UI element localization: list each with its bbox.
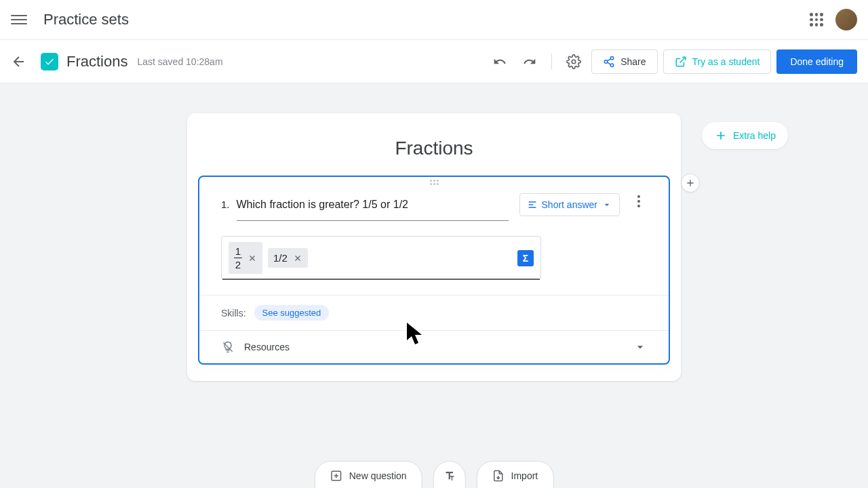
question-text-input[interactable]: Which fraction is greater? 1/5 or 1/2 (237, 193, 509, 221)
fraction-numerator: 1 (235, 246, 241, 256)
import-label: Import (511, 470, 538, 481)
file-icon (41, 53, 58, 70)
answer-chip-fraction: 1 2 (229, 242, 262, 274)
fraction-denominator: 2 (235, 260, 241, 270)
settings-icon[interactable] (561, 49, 586, 74)
remove-chip-icon[interactable] (293, 253, 302, 263)
answer-chip-text: 1/2 (268, 248, 308, 268)
question-type-label: Short answer (542, 199, 597, 210)
avatar[interactable] (835, 9, 857, 30)
bottom-actions: New question Import (315, 461, 554, 488)
drag-handle-icon[interactable] (199, 177, 669, 188)
try-as-student-button[interactable]: Try as a student (663, 49, 772, 74)
see-suggested-button[interactable]: See suggested (254, 305, 330, 321)
equation-editor-icon[interactable]: Σ (517, 250, 534, 266)
new-question-label: New question (349, 470, 407, 481)
add-circle-button[interactable] (681, 174, 700, 192)
apps-grid-icon[interactable] (808, 12, 825, 28)
import-button[interactable]: Import (477, 461, 554, 488)
try-label: Try as a student (692, 56, 760, 67)
menu-icon[interactable] (11, 12, 27, 28)
svg-point-1 (610, 56, 614, 60)
toolbar: Fractions Last saved 10:28am Share Try a… (0, 40, 868, 83)
question-card: 1. Which fraction is greater? 1/5 or 1/2… (198, 176, 670, 365)
done-editing-button[interactable]: Done editing (776, 49, 857, 74)
redo-icon[interactable] (517, 49, 542, 74)
save-status: Last saved 10:28am (137, 56, 222, 67)
resources-label: Resources (244, 342, 290, 352)
svg-point-3 (610, 64, 614, 67)
more-options-icon[interactable] (631, 193, 647, 209)
back-arrow-icon[interactable] (11, 54, 27, 70)
question-type-select[interactable]: Short answer (519, 193, 620, 216)
document-title[interactable]: Fractions (66, 53, 127, 70)
practice-set-card: Fractions 1. Which fraction is greater? … (187, 113, 681, 381)
undo-icon[interactable] (488, 49, 512, 74)
top-header: Practice sets (0, 0, 868, 40)
extra-help-button[interactable]: Extra help (702, 122, 788, 149)
app-title: Practice sets (43, 11, 129, 28)
chevron-down-icon (601, 199, 612, 210)
text-format-icon (443, 470, 456, 482)
chip-text: 1/2 (273, 252, 288, 264)
resources-row[interactable]: Resources (199, 330, 669, 363)
svg-point-2 (604, 60, 608, 63)
skills-label: Skills: (221, 308, 246, 319)
svg-point-0 (572, 60, 576, 64)
question-text: Which fraction is greater? 1/5 or 1/2 (237, 193, 509, 216)
extra-help-label: Extra help (733, 130, 776, 141)
share-label: Share (620, 56, 646, 67)
answer-input-area[interactable]: 1 2 1/2 Σ (221, 236, 541, 280)
divider (551, 54, 552, 70)
lightbulb-off-icon (221, 340, 235, 354)
new-question-button[interactable]: New question (315, 461, 422, 488)
remove-chip-icon[interactable] (248, 253, 257, 263)
content-area: Extra help Fractions 1. Which fraction i… (0, 83, 868, 488)
question-number: 1. (221, 199, 230, 210)
card-title: Fractions (187, 113, 681, 176)
share-button[interactable]: Share (591, 49, 657, 74)
chevron-down-icon (633, 340, 647, 354)
skills-row: Skills: See suggested (199, 295, 669, 330)
text-format-button[interactable] (433, 461, 466, 488)
